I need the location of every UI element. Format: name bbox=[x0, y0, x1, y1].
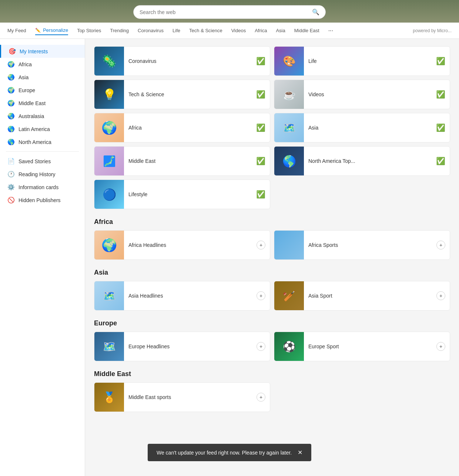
search-input[interactable] bbox=[140, 9, 312, 15]
nav-item-africa[interactable]: Africa bbox=[255, 26, 267, 35]
add-icon-europe-sport[interactable]: + bbox=[436, 342, 445, 351]
top-bar: 🔍 bbox=[0, 0, 459, 23]
card-thumb-middleeast-sports bbox=[94, 382, 124, 412]
sidebar-item-reading-history[interactable]: 🕐 Reading History bbox=[0, 168, 85, 181]
asia-section-grid: Asia Headlines + Asia Sport + bbox=[94, 281, 450, 311]
sidebar-item-europe[interactable]: 🌍 Europe bbox=[0, 84, 85, 97]
check-icon-africa: ✅ bbox=[256, 123, 265, 132]
add-icon-africa-headlines[interactable]: + bbox=[257, 241, 265, 249]
main-layout: 🎯 My Interests 🌍 Africa 🌏 Asia 🌍 Europe … bbox=[0, 39, 459, 476]
africa-section-grid: Africa Headlines + Africa Sports + bbox=[94, 230, 450, 260]
add-icon-asia-headlines[interactable]: + bbox=[257, 291, 265, 300]
card-coronavirus[interactable]: Coronavirus ✅ bbox=[94, 46, 270, 76]
card-thumb-europe-headlines bbox=[94, 332, 124, 361]
card-life[interactable]: Life ✅ bbox=[274, 46, 450, 76]
search-box: 🔍 bbox=[133, 5, 326, 19]
card-middle-east[interactable]: Middle East ✅ bbox=[94, 146, 270, 176]
check-icon-asia: ✅ bbox=[436, 123, 445, 132]
add-icon-africa-sports[interactable]: + bbox=[436, 241, 445, 249]
nav-item-life[interactable]: Life bbox=[172, 26, 180, 35]
card-europe-sport[interactable]: Europe Sport + bbox=[274, 332, 450, 361]
card-thumb-videos bbox=[274, 80, 304, 109]
card-thumb-africa-sports bbox=[274, 230, 304, 260]
sidebar-item-information-cards[interactable]: ⚙️ Information cards bbox=[0, 181, 85, 194]
card-africa-sports[interactable]: Africa Sports + bbox=[274, 230, 450, 260]
sidebar-item-australasia[interactable]: 🌏 Australasia bbox=[0, 110, 85, 123]
card-label-europe-sport: Europe Sport bbox=[304, 343, 436, 349]
check-icon-coronavirus: ✅ bbox=[256, 57, 265, 66]
toast-notification: We can't update your feed right now. Ple… bbox=[148, 444, 311, 461]
card-middleeast-sports[interactable]: Middle East sports + bbox=[94, 382, 270, 412]
card-label-north-america-top: North America Top... bbox=[304, 158, 436, 164]
nav-item-personalize[interactable]: ✏️ Personalize bbox=[35, 26, 68, 35]
sidebar-item-my-interests[interactable]: 🎯 My Interests bbox=[0, 45, 85, 58]
nav-item-trending[interactable]: Trending bbox=[110, 26, 129, 35]
content-area: Coronavirus ✅ Life ✅ Tech & Science ✅ Vi… bbox=[85, 39, 459, 476]
nav-item-my-feed[interactable]: My Feed bbox=[7, 26, 26, 35]
card-label-middle-east: Middle East bbox=[124, 158, 256, 164]
nav-item-coronavirus[interactable]: Coronavirus bbox=[138, 26, 164, 35]
card-videos[interactable]: Videos ✅ bbox=[274, 80, 450, 109]
card-thumb-coronavirus bbox=[94, 46, 124, 76]
middleeast-globe-icon: 🌍 bbox=[7, 100, 15, 107]
card-asia-headlines[interactable]: Asia Headlines + bbox=[94, 281, 270, 311]
check-icon-middle-east: ✅ bbox=[256, 157, 265, 165]
check-icon-videos: ✅ bbox=[436, 90, 445, 99]
nav-item-tech-science[interactable]: Tech & Science bbox=[189, 26, 222, 35]
northamerica-globe-icon: 🌎 bbox=[7, 138, 15, 145]
check-icon-life: ✅ bbox=[436, 57, 445, 66]
section-heading-asia: Asia bbox=[94, 269, 450, 276]
card-north-america-top[interactable]: North America Top... ✅ bbox=[274, 146, 450, 176]
sidebar-item-hidden-publishers[interactable]: 🚫 Hidden Publishers bbox=[0, 194, 85, 207]
nav-item-asia[interactable]: Asia bbox=[276, 26, 285, 35]
nav-item-top-stories[interactable]: Top Stories bbox=[77, 26, 101, 35]
add-icon-asia-sport[interactable]: + bbox=[436, 291, 445, 300]
toast-close-button[interactable]: ✕ bbox=[298, 449, 302, 456]
nav-item-middle-east[interactable]: Middle East bbox=[294, 26, 319, 35]
card-africa[interactable]: Africa ✅ bbox=[94, 113, 270, 143]
check-icon-north-america: ✅ bbox=[436, 157, 445, 165]
europe-section-grid: Europe Headlines + Europe Sport + bbox=[94, 332, 450, 361]
sidebar-item-middle-east[interactable]: 🌍 Middle East bbox=[0, 97, 85, 110]
card-tech-science[interactable]: Tech & Science ✅ bbox=[94, 80, 270, 109]
sidebar-item-africa[interactable]: 🌍 Africa bbox=[0, 58, 85, 71]
add-icon-middleeast-sports[interactable]: + bbox=[257, 393, 265, 402]
middle-east-section-grid: Middle East sports + bbox=[94, 382, 450, 412]
card-europe-headlines[interactable]: Europe Headlines + bbox=[94, 332, 270, 361]
card-label-asia-sport: Asia Sport bbox=[304, 293, 436, 299]
add-icon-europe-headlines[interactable]: + bbox=[257, 342, 265, 351]
pencil-icon: ✏️ bbox=[35, 28, 41, 33]
reading-history-icon: 🕐 bbox=[7, 171, 15, 178]
card-thumb-africa-headlines bbox=[94, 230, 124, 260]
card-label-tech-science: Tech & Science bbox=[124, 91, 256, 97]
card-thumb-north-america bbox=[274, 146, 304, 176]
nav-bar: My Feed ✏️ Personalize Top Stories Trend… bbox=[0, 23, 459, 39]
toast-message: We can't update your feed right now. Ple… bbox=[157, 450, 292, 456]
europe-globe-icon: 🌍 bbox=[7, 87, 15, 94]
card-label-coronavirus: Coronavirus bbox=[124, 58, 256, 64]
card-thumb-africa bbox=[94, 113, 124, 143]
card-label-life: Life bbox=[304, 58, 436, 64]
card-asia[interactable]: Asia ✅ bbox=[274, 113, 450, 143]
my-interests-icon: 🎯 bbox=[9, 48, 16, 55]
sidebar-item-latin-america[interactable]: 🌎 Latin America bbox=[0, 123, 85, 135]
card-label-africa: Africa bbox=[124, 125, 256, 131]
nav-powered-text: powered by Micro... bbox=[413, 28, 452, 33]
card-thumb-asia-headlines bbox=[94, 281, 124, 311]
sidebar-item-saved-stories[interactable]: 📄 Saved Stories bbox=[0, 155, 85, 168]
section-heading-africa: Africa bbox=[94, 218, 450, 226]
card-africa-headlines[interactable]: Africa Headlines + bbox=[94, 230, 270, 260]
card-thumb-middle-east bbox=[94, 146, 124, 176]
search-button[interactable]: 🔍 bbox=[312, 9, 319, 16]
nav-more-button[interactable]: ··· bbox=[328, 27, 333, 34]
card-thumb-asia-sport bbox=[274, 281, 304, 311]
section-heading-europe: Europe bbox=[94, 319, 450, 327]
card-asia-sport[interactable]: Asia Sport + bbox=[274, 281, 450, 311]
card-label-asia: Asia bbox=[304, 125, 436, 131]
card-label-middleeast-sports: Middle East sports bbox=[124, 394, 257, 400]
card-thumb-tech bbox=[94, 80, 124, 109]
card-lifestyle[interactable]: Lifestyle ✅ bbox=[94, 180, 270, 209]
sidebar-item-north-america[interactable]: 🌎 North America bbox=[0, 135, 85, 148]
sidebar-item-asia[interactable]: 🌏 Asia bbox=[0, 71, 85, 84]
nav-item-videos[interactable]: Videos bbox=[231, 26, 246, 35]
